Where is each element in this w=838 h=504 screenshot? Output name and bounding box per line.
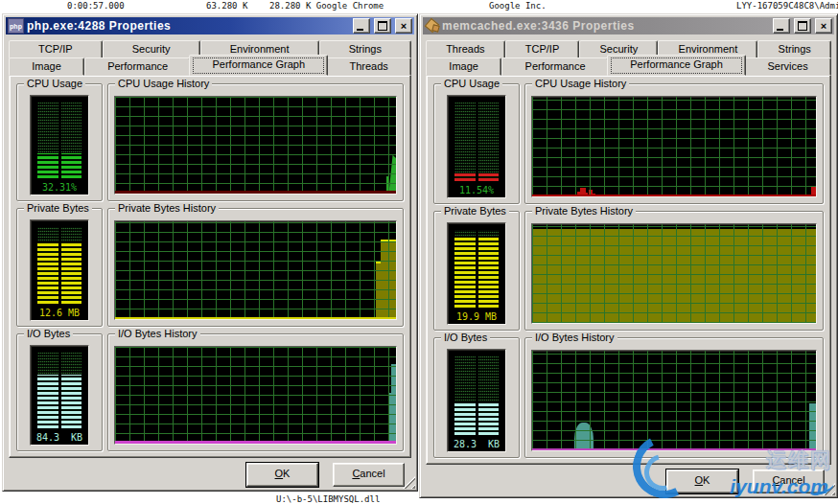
history-groupbox: CPU Usage History <box>107 83 404 201</box>
section-private-bytes: Private Bytes19.9 MBPrivate Bytes Histor… <box>433 211 824 332</box>
history-groupbox: I/O Bytes History <box>107 333 404 451</box>
tab-performance[interactable]: Performance <box>501 57 609 76</box>
background-cell: LYY-167059C48C8\Admini <box>736 1 838 11</box>
plot-grid <box>115 221 396 318</box>
background-cell: 63.280 K <box>206 1 247 11</box>
gauge-groupbox: I/O Bytes84.3 KB <box>16 333 103 451</box>
gauge-groupbox: CPU Usage32.31% <box>16 83 103 201</box>
gauge-bars <box>37 103 81 178</box>
background-cell: 28.280 K Google Chrome <box>269 1 384 11</box>
gauge-bars <box>37 353 81 428</box>
i-o-bytes-gauge: 28.3 KB <box>447 349 506 452</box>
plot-grid <box>115 97 396 194</box>
history-title: CPU Usage History <box>532 78 629 89</box>
properties-dialog: phpphp.exe:4288 Properties×TCP/IPSecurit… <box>2 13 418 492</box>
plot-baseline <box>532 195 816 196</box>
history-title: Private Bytes History <box>115 202 219 214</box>
history-spike <box>574 423 593 450</box>
properties-dialog: memcached.exe:3436 Properties×ThreadsTCP… <box>419 13 838 498</box>
gauge-title: I/O Bytes <box>24 328 73 339</box>
ok-button[interactable]: OK <box>246 463 318 487</box>
history-title: Private Bytes History <box>532 205 636 217</box>
history-groupbox: I/O Bytes History <box>524 337 824 458</box>
history-title: CPU Usage History <box>115 78 212 89</box>
minimize-button[interactable] <box>773 18 790 34</box>
gauge-fill <box>37 242 81 303</box>
cpu-usage-gauge: 11.54% <box>447 95 506 198</box>
background-cell: 0:00:57.000 <box>67 1 125 11</box>
history-spike <box>809 403 816 450</box>
maximize-icon <box>378 21 387 31</box>
php-app-icon: php <box>8 18 24 34</box>
close-button[interactable]: × <box>395 18 412 34</box>
maximize-button[interactable] <box>794 18 811 34</box>
ok-button[interactable]: OK <box>666 470 738 493</box>
close-button[interactable]: × <box>815 18 832 34</box>
tab-tcp-ip[interactable]: TCP/IP <box>505 40 580 58</box>
gauge-fill <box>454 238 499 309</box>
cancel-button[interactable]: Cancel <box>753 470 825 493</box>
tab-strings[interactable]: Strings <box>319 40 411 58</box>
history-groupbox: CPU Usage History <box>524 83 824 204</box>
minimize-button[interactable] <box>353 18 370 34</box>
tab-performance-graph[interactable]: Performance Graph <box>189 55 328 76</box>
background-cell: Google Inc. <box>489 1 547 11</box>
private-bytes-history-plot <box>114 220 397 319</box>
plot-baseline <box>115 317 396 319</box>
cpu-usage-history-plot <box>531 96 817 197</box>
section-i-o-bytes: I/O Bytes84.3 KBI/O Bytes History <box>16 333 404 451</box>
tab-row: ImagePerformancePerformance GraphThreads <box>9 57 411 76</box>
gauge-value: 32.31% <box>31 182 88 193</box>
section-i-o-bytes: I/O Bytes28.3 KBI/O Bytes History <box>433 337 824 458</box>
tab-performance-graph[interactable]: Performance Graph <box>607 55 746 76</box>
minimize-icon <box>357 29 363 31</box>
gauge-bars <box>454 230 499 309</box>
private-bytes-history-plot <box>531 223 817 325</box>
tab-tcp-ip[interactable]: TCP/IP <box>9 40 103 58</box>
tab-threads[interactable]: Threads <box>326 57 411 76</box>
performance-graph-page: CPU Usage32.31%CPU Usage HistoryPrivate … <box>9 75 411 458</box>
title-bar[interactable]: memcached.exe:3436 Properties× <box>423 17 834 34</box>
cancel-button[interactable]: Cancel <box>333 463 405 487</box>
history-spike <box>381 240 396 319</box>
i-o-bytes-history-plot <box>531 350 817 451</box>
window-title: memcached.exe:3436 Properties <box>442 19 770 33</box>
tab-image[interactable]: Image <box>9 57 84 76</box>
tab-performance[interactable]: Performance <box>84 57 191 76</box>
private-bytes-gauge: 12.6 MB <box>30 219 89 320</box>
history-title: I/O Bytes History <box>115 328 200 339</box>
gauge-value: 28.3 KB <box>448 439 505 449</box>
history-groupbox: Private Bytes History <box>107 208 404 326</box>
tab-security[interactable]: Security <box>103 40 200 58</box>
gauge-bars <box>454 103 499 181</box>
plot-baseline <box>115 441 396 444</box>
gauge-groupbox: Private Bytes12.6 MB <box>16 208 103 326</box>
maximize-button[interactable] <box>374 18 391 34</box>
close-icon: × <box>821 21 826 32</box>
performance-graph-page: CPU Usage11.54%CPU Usage HistoryPrivate … <box>426 75 831 465</box>
history-groupbox: Private Bytes History <box>524 211 824 332</box>
i-o-bytes-history-plot <box>114 346 397 445</box>
dialog-buttons: OKCancel <box>3 458 417 491</box>
gauge-groupbox: Private Bytes19.9 MB <box>433 211 520 332</box>
gauge-fill <box>454 173 499 181</box>
tab-strings[interactable]: Strings <box>757 40 831 58</box>
i-o-bytes-gauge: 84.3 KB <box>30 345 89 446</box>
gauge-groupbox: I/O Bytes28.3 KB <box>433 337 520 458</box>
tab-services[interactable]: Services <box>744 57 831 76</box>
screen: 0:00:57.00063.280 K28.280 K Google Chrom… <box>0 0 838 504</box>
history-spike <box>388 155 396 195</box>
gauge-title: Private Bytes <box>24 202 92 214</box>
title-bar[interactable]: phpphp.exe:4288 Properties× <box>6 17 414 34</box>
tab-image[interactable]: Image <box>426 57 501 76</box>
gauge-title: CPU Usage <box>24 78 85 89</box>
gauge-groupbox: CPU Usage11.54% <box>433 83 520 204</box>
memcached-app-icon <box>425 19 439 33</box>
gauge-value: 11.54% <box>448 185 505 195</box>
gauge-value: 12.6 MB <box>31 308 88 318</box>
dialog-buttons: OKCancel <box>420 465 837 497</box>
section-private-bytes: Private Bytes12.6 MBPrivate Bytes Histor… <box>16 208 404 326</box>
gauge-bars <box>454 356 499 435</box>
tab-threads[interactable]: Threads <box>426 40 505 58</box>
plot-baseline <box>115 191 396 194</box>
